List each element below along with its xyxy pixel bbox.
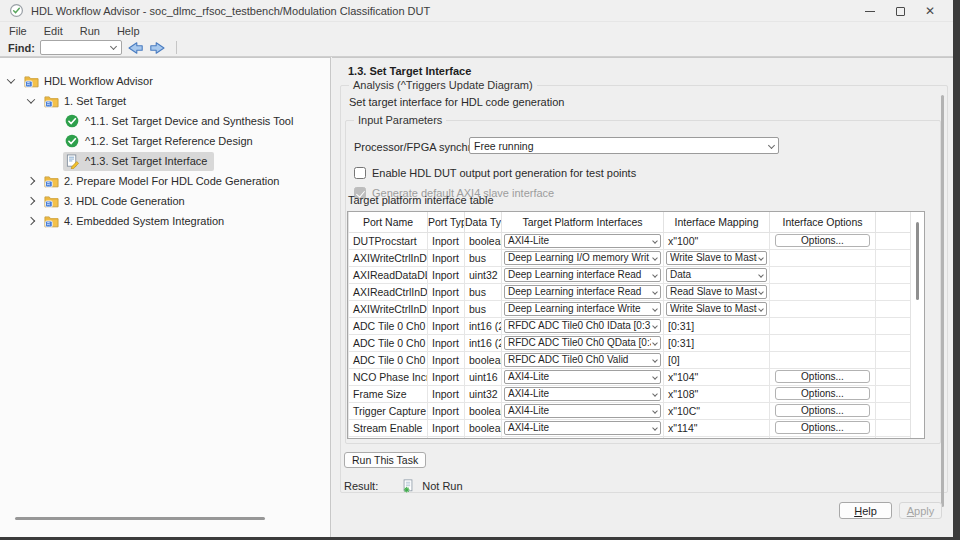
interface-dropdown[interactable]: AXI4-Lite (504, 438, 661, 440)
mapping-dropdown[interactable]: Write Slave to Master E (666, 251, 767, 265)
tree-item[interactable]: 3. HDL Code Generation (0, 191, 330, 211)
options-button[interactable]: Options... (775, 438, 870, 439)
interface-options-cell: Options... (770, 436, 876, 439)
interface-dropdown[interactable]: AXI4-Lite (504, 370, 661, 384)
maximize-button[interactable] (885, 0, 915, 22)
tree-item[interactable]: 1. Set Target (0, 91, 330, 111)
result-label: Result: (344, 480, 378, 492)
interface-dropdown-value: Deep Learning interface Read (508, 286, 651, 297)
port-type-cell: Inport (428, 249, 465, 266)
data-type-cell: boolean (465, 232, 502, 249)
tree-item[interactable]: 4. Embedded System Integration (0, 211, 330, 231)
interface-dropdown-value: AXI4-Lite (508, 388, 651, 399)
interface-dropdown[interactable]: Deep Learning interface Read (504, 285, 661, 299)
data-type-cell: boolean (465, 351, 502, 368)
options-button[interactable]: Options... (775, 421, 870, 434)
table-row: ADC Tile 0 Ch0 Q DataInportint16 (2)RFDC… (349, 334, 913, 351)
tree-collapse-chevron-icon[interactable] (27, 95, 35, 103)
menu-item-run[interactable]: Run (80, 25, 100, 37)
chevron-down-icon[interactable] (110, 43, 117, 50)
help-button[interactable]: Help (839, 502, 892, 519)
port-type-cell: Inport (428, 436, 465, 439)
interface-dropdown[interactable]: RFDC ADC Tile0 Ch0 IData [0:3 (504, 319, 661, 333)
table-row: NCO Phase IncrInportuint16AXI4-Litex"104… (349, 368, 913, 385)
options-button[interactable]: Options... (775, 404, 870, 417)
interface-dropdown-value: AXI4-Lite (508, 422, 651, 433)
mapping-dropdown-value: Data (670, 269, 757, 280)
menu-item-file[interactable]: File (9, 25, 27, 37)
tree-item[interactable]: ^1.3. Set Target Interface (0, 151, 330, 171)
filler-cell (876, 249, 913, 266)
mapping-dropdown[interactable]: Read Slave to Master B (666, 285, 767, 299)
options-button[interactable]: Options... (775, 234, 870, 247)
interface-dropdown[interactable]: Deep Learning interface Read (504, 268, 661, 282)
port-type-cell: Inport (428, 232, 465, 249)
chevron-down-icon (758, 306, 764, 312)
testpoints-checkbox[interactable] (354, 167, 366, 179)
sync-dropdown[interactable]: Free running (469, 137, 779, 154)
tree-expand-chevron-icon[interactable] (27, 177, 35, 185)
mapping-dropdown[interactable]: Write Slave to Master E (666, 302, 767, 316)
interface-dropdown[interactable]: RFDC ADC Tile0 Ch0 Valid (504, 353, 661, 367)
interface-dropdown-value: AXI4-Lite (508, 235, 651, 246)
port-type-cell: Inport (428, 317, 465, 334)
chevron-down-icon (768, 142, 775, 149)
tree-item-label: 2. Prepare Model For HDL Code Generation (64, 175, 279, 187)
tree-item[interactable]: ^1.2. Set Target Reference Design (0, 131, 330, 151)
find-label: Find: (8, 42, 35, 54)
toolbar-separator (176, 41, 177, 54)
interface-mapping-cell: x"104" (664, 368, 770, 385)
tree-horizontal-scrollbar[interactable] (15, 517, 265, 520)
options-button[interactable]: Options... (775, 387, 870, 400)
port-name-cell: Stream Enable (349, 419, 428, 436)
tree-expand-chevron-icon[interactable] (27, 197, 35, 205)
tree-item[interactable]: ^1.1. Set Target Device and Synthesis To… (0, 111, 330, 131)
panel-vertical-scrollbar[interactable] (941, 95, 944, 507)
interface-dropdown[interactable]: AXI4-Lite (504, 404, 661, 418)
workflow-folder-icon (44, 94, 59, 109)
interface-mapping-cell: x"114" (664, 419, 770, 436)
tree-expand-chevron-icon[interactable] (27, 217, 35, 225)
table-vertical-scrollbar[interactable] (910, 212, 924, 438)
table-scrollbar-thumb[interactable] (916, 222, 919, 300)
interface-dropdown[interactable]: Deep Learning I/O memory Writ (504, 251, 661, 265)
menu-item-edit[interactable]: Edit (44, 25, 63, 37)
tree-item-label: ^1.3. Set Target Interface (85, 155, 207, 167)
find-previous-button[interactable] (127, 41, 144, 55)
data-type-cell: bus (465, 249, 502, 266)
interface-options-cell (770, 334, 876, 351)
run-this-task-button[interactable]: Run This Task (344, 452, 426, 468)
interface-dropdown-value: RFDC ADC Tile0 Ch0 QData [0:3 (508, 337, 651, 348)
tree-item[interactable]: 2. Prepare Model For HDL Code Generation (0, 171, 330, 191)
port-name-cell: NCO Phase Incr (349, 368, 428, 385)
port-name-cell: Ready (349, 436, 428, 439)
chevron-down-icon (652, 238, 658, 244)
workflow-tree: HDL Workflow Advisor1. Set Target^1.1. S… (0, 57, 331, 537)
target-platform-interface-cell: AXI4-Lite (502, 385, 664, 402)
tree-item[interactable]: HDL Workflow Advisor (0, 71, 330, 91)
chevron-down-icon (758, 255, 764, 261)
mapping-dropdown[interactable]: Data (666, 268, 767, 282)
options-button[interactable]: Options... (775, 370, 870, 383)
menu-item-help[interactable]: Help (117, 25, 140, 37)
column-header: Port Name (349, 212, 428, 232)
filler-cell (876, 317, 913, 334)
data-type-cell: boolean (465, 436, 502, 439)
apply-button[interactable]: Apply (899, 502, 942, 519)
find-input[interactable] (41, 42, 111, 53)
table-row: Frame SizeInportuint32AXI4-Litex"108"Opt… (349, 385, 913, 402)
sync-dropdown-value: Free running (474, 140, 766, 152)
close-button[interactable]: ✕ (915, 0, 945, 22)
interface-dropdown[interactable]: RFDC ADC Tile0 Ch0 QData [0:3 (504, 336, 661, 350)
chevron-down-icon (652, 374, 658, 380)
interface-dropdown[interactable]: AXI4-Lite (504, 421, 661, 435)
interface-dropdown[interactable]: AXI4-Lite (504, 234, 661, 248)
table-body: DUTProcstartInportbooleanAXI4-Litex"100"… (349, 232, 913, 439)
tree-collapse-chevron-icon[interactable] (7, 75, 15, 83)
interface-dropdown[interactable]: AXI4-Lite (504, 387, 661, 401)
chevron-down-icon (652, 272, 658, 278)
minimize-button[interactable] (855, 0, 885, 22)
find-combobox[interactable] (40, 40, 122, 55)
find-next-button[interactable] (149, 41, 166, 55)
interface-dropdown[interactable]: Deep Learning interface Write (504, 302, 661, 316)
